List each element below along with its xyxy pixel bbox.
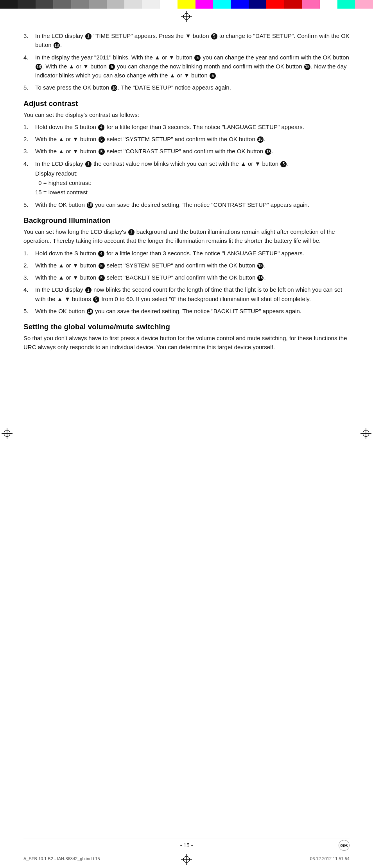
item3-content: In the LCD display 1 "TIME SETUP" appear…: [35, 31, 350, 50]
adjust-item-1: Hold down the S button 4 for a little lo…: [23, 122, 350, 131]
circle-4-adjust1: 4: [98, 124, 104, 131]
bg5-content: With the OK button 18 you can save the d…: [35, 307, 350, 316]
circle-18-adjust3: 18: [265, 149, 271, 155]
circle-4-bg1: 4: [98, 251, 104, 257]
page-border-bottom: [12, 853, 361, 853]
page-border-right: [361, 15, 361, 853]
circle-5-item4c: 5: [210, 73, 216, 79]
circle-5-item4b: 5: [109, 64, 115, 70]
adjust1-content: Hold down the S button 4 for a little lo…: [35, 122, 350, 131]
background-list: Hold down the S button 4 for a little lo…: [23, 249, 350, 316]
page-border-left: [12, 15, 12, 853]
reg-mark-left: [2, 428, 13, 440]
bg2-content: With the ▲ or ▼ button 5 select "SYSTEM …: [35, 261, 350, 270]
circle-1-bg4: 1: [85, 287, 91, 293]
circle-18-bg5: 18: [87, 308, 93, 315]
volume-section: Setting the global volume/mute switching…: [23, 323, 350, 352]
circle-18-adjust2: 18: [257, 136, 264, 143]
circle-5-adjust2: 5: [99, 136, 105, 143]
page-border-top: [12, 15, 361, 15]
bottom-right-text: 06.12.2012 11:51:54: [310, 856, 350, 861]
circle-1-bg: 1: [128, 229, 134, 235]
circle-18-item3: 18: [54, 42, 60, 48]
circle-18-bg3: 18: [257, 275, 264, 281]
display-readout-0: 0 = highest contrast:: [35, 178, 350, 188]
circle-5-bg2: 5: [99, 263, 105, 269]
footer-gb-badge: GB: [339, 840, 350, 851]
circle-1-adjust4: 1: [85, 161, 91, 167]
display-readout-15: 15 = lowest contrast: [35, 188, 350, 197]
adjust2-content: With the ▲ or ▼ button 5 select "SYSTEM …: [35, 135, 350, 143]
adjust5-content: With the OK button 18 you can save the d…: [35, 200, 350, 209]
main-content: In the LCD display 1 "TIME SETUP" appear…: [23, 31, 350, 837]
reg-mark-right: [360, 428, 371, 440]
circle-18-bg2: 18: [257, 263, 264, 269]
circle-5-bg4: 5: [93, 296, 99, 303]
footer-page-number: - 15 -: [23, 842, 350, 848]
display-readout: Display readout: 0 = highest contrast: 1…: [35, 169, 350, 197]
setup-list-top: In the LCD display 1 "TIME SETUP" appear…: [23, 31, 350, 92]
volume-intro: So that you don't always have to first p…: [23, 334, 350, 352]
list-item-5: To save press the OK button 18. The "DAT…: [23, 83, 350, 92]
circle-5-item3: 5: [211, 33, 217, 39]
adjust-contrast-list: Hold down the S button 4 for a little lo…: [23, 122, 350, 209]
circle-18-item4a: 18: [36, 64, 42, 70]
bg-item-1: Hold down the S button 4 for a little lo…: [23, 249, 350, 258]
adjust-item-2: With the ▲ or ▼ button 5 select "SYSTEM …: [23, 135, 350, 143]
bottom-left-text: A_SFB 10.1 B2 - IAN-86342_gb.indd 15: [23, 856, 100, 861]
adjust-item-4: In the LCD display 1 the contrast value …: [23, 159, 350, 197]
background-illumination-section: Background Illumination You can set how …: [23, 216, 350, 316]
display-readout-label: Display readout:: [35, 169, 350, 178]
adjust-contrast-intro: You can set the display's contrast as fo…: [23, 110, 350, 119]
bg4-content: In the LCD display 1 now blinks the seco…: [35, 285, 350, 303]
adjust3-content: With the ▲ or ▼ button 5 select "CONTRAS…: [35, 147, 350, 156]
background-heading: Background Illumination: [23, 216, 350, 225]
footer: - 15 - GB: [23, 839, 350, 848]
bg-item-3: With the ▲ or ▼ button 5 select "BACKLIT…: [23, 273, 350, 282]
adjust-item-5: With the OK button 18 you can save the d…: [23, 200, 350, 209]
adjust4-content: In the LCD display 1 the contrast value …: [35, 159, 350, 197]
adjust-item-3: With the ▲ or ▼ button 5 select "CONTRAS…: [23, 147, 350, 156]
volume-heading: Setting the global volume/mute switching: [23, 323, 350, 331]
circle-5-bg3: 5: [99, 275, 105, 281]
bg-item-2: With the ▲ or ▼ button 5 select "SYSTEM …: [23, 261, 350, 270]
item4-content: In the display the year "2011" blinks. W…: [35, 53, 350, 80]
bg1-content: Hold down the S button 4 for a little lo…: [35, 249, 350, 258]
bottom-info: A_SFB 10.1 B2 - IAN-86342_gb.indd 15 06.…: [23, 856, 350, 861]
adjust-contrast-heading: Adjust contrast: [23, 99, 350, 108]
circle-18-item5: 18: [111, 85, 117, 91]
adjust-contrast-section: Adjust contrast You can set the display'…: [23, 99, 350, 210]
list-item-3: In the LCD display 1 "TIME SETUP" appear…: [23, 31, 350, 50]
reg-mark-top: [181, 11, 192, 22]
color-bar: [0, 0, 373, 9]
circle-5-adjust3: 5: [99, 149, 105, 155]
circle-5-item4a: 5: [194, 55, 201, 61]
item5-content: To save press the OK button 18. The "DAT…: [35, 83, 350, 92]
circle-1-item3: 1: [85, 33, 91, 39]
bg-item-5: With the OK button 18 you can save the d…: [23, 307, 350, 316]
bg3-content: With the ▲ or ▼ button 5 select "BACKLIT…: [35, 273, 350, 282]
circle-18-adjust5: 18: [87, 202, 93, 208]
list-item-4: In the display the year "2011" blinks. W…: [23, 53, 350, 80]
circle-5-adjust4: 5: [280, 161, 287, 167]
circle-18-item4b: 18: [304, 64, 310, 70]
bg-item-4: In the LCD display 1 now blinks the seco…: [23, 285, 350, 303]
background-intro: You can set how long the LCD display's 1…: [23, 227, 350, 246]
